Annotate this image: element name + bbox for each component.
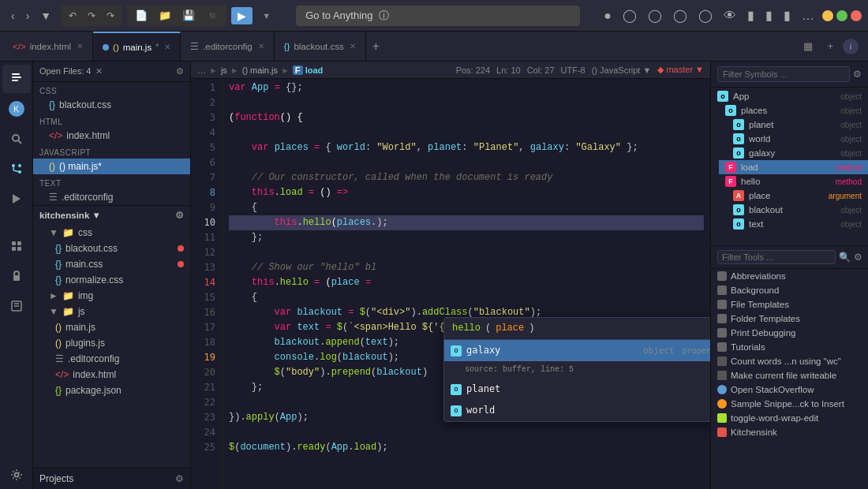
sym-planet[interactable]: o planet object — [727, 118, 868, 132]
tool-kitchensink[interactable]: Kitchensink — [711, 425, 868, 439]
tool-abbreviations[interactable]: Abbreviations — [711, 269, 868, 283]
undo-button[interactable]: ↶ — [64, 7, 81, 24]
maximize-button[interactable] — [836, 10, 847, 21]
tool-tutorials[interactable]: Tutorials — [711, 340, 868, 354]
redo2-button[interactable]: ↷ — [102, 7, 119, 24]
filter-tools-input[interactable] — [717, 250, 836, 264]
file-index-html-2[interactable]: </> index.html — [33, 367, 190, 383]
open-folder-button[interactable]: 📁 — [154, 6, 176, 24]
tool-toggle-word-wrap[interactable]: toggle-word-wrap-edit — [711, 411, 868, 425]
tool-print-debugging[interactable]: Print Debugging — [711, 326, 868, 340]
ac-item-planet[interactable]: o planet object — [444, 379, 710, 400]
file-plugins-js[interactable]: () plugins.js — [33, 335, 190, 351]
breadcrumb-js[interactable]: js — [221, 65, 227, 75]
folder-img[interactable]: ► 📁 img — [33, 288, 190, 304]
breadcrumb-load[interactable]: F load — [293, 65, 323, 75]
tab-close-blackout-css[interactable]: ✕ — [350, 42, 356, 50]
sym-App[interactable]: o App object — [711, 89, 868, 103]
projects-gear-icon[interactable]: ⚙ — [175, 473, 184, 484]
file-editorconfig-2[interactable]: ☰ .editorconfig — [33, 351, 190, 367]
layout-button2[interactable]: ▮ — [762, 6, 776, 24]
eye-button[interactable]: 👁 — [720, 7, 739, 24]
sidebar-icon-git[interactable] — [2, 155, 31, 183]
panel-toggle-button[interactable]: + — [822, 37, 838, 55]
platform-dropdown[interactable]: ▼ — [257, 8, 275, 24]
symbols-settings-button[interactable]: ⚙ — [853, 69, 862, 80]
tool-count-words[interactable]: Count words ...n using "wc" — [711, 354, 868, 368]
tab-blackout-css[interactable]: {} blackout.css ✕ — [275, 32, 366, 61]
sidebar-icon-files[interactable] — [2, 65, 31, 93]
open-files-close[interactable]: ✕ — [95, 66, 103, 76]
nav-dropdown-button[interactable]: ▼ — [36, 6, 56, 25]
tab-close-index-html[interactable]: ✕ — [77, 42, 83, 50]
filter-symbols-input[interactable] — [717, 66, 850, 82]
tool-stackoverflow[interactable]: Open StackOverflow — [711, 383, 868, 397]
tool-file-templates[interactable]: File Templates — [711, 297, 868, 312]
redo-button[interactable]: ↷ — [83, 7, 100, 24]
sym-place[interactable]: A place argument — [727, 189, 868, 203]
tools-settings-button[interactable]: ⚙ — [854, 252, 862, 263]
sym-load[interactable]: F load method — [719, 160, 868, 174]
project-gear-icon[interactable]: ⚙ — [175, 210, 184, 221]
play-button[interactable]: ▶ — [231, 7, 253, 24]
panel-settings-icon[interactable]: ⚙ — [176, 66, 184, 77]
breadcrumb-mainjs[interactable]: () main.js — [242, 65, 278, 75]
sidebar-icon-settings[interactable] — [2, 461, 31, 489]
branch-display[interactable]: ◆ master ▼ — [657, 65, 704, 75]
file-blackout-css-2[interactable]: {} blackout.css — [33, 241, 190, 256]
file-blackout-css[interactable]: {} blackout.css — [33, 97, 190, 113]
tab-index-html[interactable]: </> index.html ✕ — [3, 32, 93, 61]
sidebar-icon-search[interactable] — [2, 125, 31, 153]
more-options-button[interactable]: … — [799, 7, 817, 24]
lang-display[interactable]: () JavaScript ▼ — [592, 65, 652, 75]
circle-button2[interactable]: ◯ — [645, 6, 665, 24]
info-button[interactable]: i — [843, 39, 859, 54]
ac-item-world[interactable]: o world object — [444, 400, 710, 421]
file-main-js[interactable]: () () main.js* — [33, 159, 190, 174]
minimize-button[interactable] — [822, 10, 833, 21]
folder-css[interactable]: ▼ 📁 css — [33, 225, 190, 241]
nav-forward-button[interactable]: › — [21, 6, 35, 25]
folder-js[interactable]: ▼ 📁 js — [33, 304, 190, 319]
projects-label[interactable]: Projects — [39, 473, 73, 484]
layout-button1[interactable]: ▮ — [744, 6, 758, 24]
sidebar-icon-lock[interactable] — [2, 262, 31, 290]
new-file-button[interactable]: 📄 — [130, 6, 152, 24]
circle-button3[interactable]: ◯ — [670, 6, 690, 24]
tool-sample-snippet[interactable]: Sample Snippe...ck to Insert — [711, 397, 868, 411]
project-header[interactable]: kitchensink ▼ ⚙ — [33, 206, 190, 225]
new-tab-button[interactable]: + — [366, 39, 386, 54]
sym-galaxy[interactable]: o galaxy object — [727, 146, 868, 160]
tab-main-js[interactable]: () main.js * ✕ — [93, 32, 181, 61]
tab-editorconfig[interactable]: ☰ .editorconfig ✕ — [181, 32, 275, 61]
file-package-json[interactable]: {} package.json — [33, 383, 190, 398]
sym-world[interactable]: o world object — [727, 132, 868, 146]
sidebar-icon-avatar[interactable]: K — [2, 95, 31, 123]
sidebar-icon-extensions[interactable] — [2, 232, 31, 260]
file-main-js-2[interactable]: () main.js — [33, 319, 190, 335]
circle-button1[interactable]: ◯ — [619, 6, 640, 24]
ac-item-galaxy[interactable]: o galaxy object properties: 0 — [444, 340, 710, 361]
record-button[interactable]: ● — [600, 7, 615, 24]
tool-make-writeable[interactable]: Make current file writeable — [711, 368, 868, 383]
tools-search-button[interactable]: 🔍 — [839, 252, 851, 263]
save-all-button[interactable]: ◾ — [201, 6, 223, 24]
sidebar-icon-run[interactable] — [2, 185, 31, 213]
search-input-wrap[interactable]: Go to Anything ⓘ — [296, 6, 580, 26]
layout-button3[interactable]: ▮ — [780, 6, 794, 24]
save-button[interactable]: 💾 — [178, 6, 200, 24]
file-main-css[interactable]: {} main.css — [33, 256, 190, 272]
file-editorconfig[interactable]: ☰ .editorconfig — [33, 189, 190, 205]
nav-back-button[interactable]: ‹ — [6, 6, 20, 25]
sidebar-icon-book[interactable] — [2, 292, 31, 320]
tab-close-editorconfig[interactable]: ✕ — [258, 42, 264, 50]
close-button[interactable] — [851, 10, 862, 21]
file-normalize-css[interactable]: {} normalize.css — [33, 272, 190, 288]
file-index-html[interactable]: </> index.html — [33, 128, 190, 144]
sym-blackout[interactable]: o blackout object — [727, 203, 868, 217]
editor-content[interactable]: var App = {}; (function() { var places =… — [223, 79, 710, 489]
tool-background[interactable]: Background — [711, 283, 868, 297]
tab-close-main-js[interactable]: ✕ — [164, 43, 170, 51]
circle-button4[interactable]: ◯ — [695, 6, 716, 24]
sym-places[interactable]: o places object — [719, 103, 868, 118]
